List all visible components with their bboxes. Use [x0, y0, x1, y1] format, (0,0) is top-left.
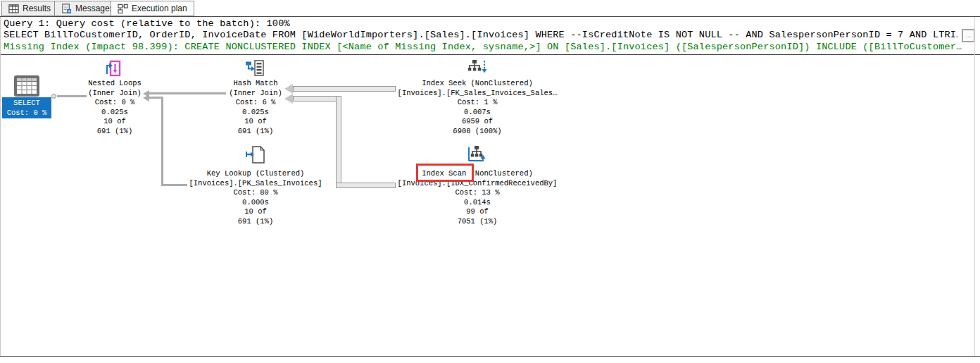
- expand-sql-button[interactable]: …: [962, 29, 975, 42]
- key-lookup-line: 691 (1%): [164, 217, 347, 227]
- node-index-scan[interactable]: Index Scan (NonClustered) [Invoices].[ID…: [386, 145, 569, 228]
- node-index-seek[interactable]: Index Seek (NonClustered) [Invoices].[FK…: [386, 59, 569, 138]
- plan-arrow-keylookup-elbow-bottom: [161, 184, 187, 186]
- index-scan-line: [Invoices].[IDX_ConfirmedReceivedBy]: [386, 179, 569, 189]
- plan-arrowhead: [143, 94, 149, 101]
- plan-arrow-indexscan-elbow-bottom: [336, 183, 396, 188]
- nested-loops-line: Cost: 0 %: [37, 98, 192, 108]
- nested-loops-line: 0.025s: [37, 108, 192, 118]
- search-highlight-box: [416, 164, 474, 182]
- index-seek-line: Cost: 1 %: [386, 98, 569, 108]
- index-seek-line: Index Seek (NonClustered): [386, 79, 569, 89]
- pane-top-border: [0, 16, 980, 17]
- plan-arrow-hashmatch-nestedloops: [149, 92, 226, 94]
- node-nested-loops[interactable]: Nested Loops (Inner Join) Cost: 0 % 0.02…: [37, 59, 192, 138]
- sql-query-line: SELECT BillToCustomerID, OrderID, Invoic…: [4, 30, 957, 40]
- key-lookup-line: Cost: 80 %: [164, 188, 347, 198]
- plan-arrowhead: [284, 84, 293, 94]
- key-lookup-line: Key Lookup (Clustered): [164, 169, 347, 179]
- index-scan-line: 7051 (1%): [386, 217, 569, 227]
- key-lookup-line: [Invoices].[PK_Sales_Invoices]: [164, 179, 347, 189]
- pane-bottom-border: [0, 356, 980, 357]
- index-seek-line: 0.007s: [386, 108, 569, 118]
- plan-arrow-indexscan-elbow-top: [293, 96, 337, 101]
- index-scan-line: 0.014s: [386, 198, 569, 208]
- hash-match-line: 0.025s: [178, 108, 333, 118]
- query-cost-line: Query 1: Query cost (relative to the bat…: [4, 18, 290, 29]
- plan-arrowhead: [284, 94, 293, 104]
- missing-index-line: Missing Index (Impact 98.399): CREATE NO…: [4, 42, 974, 52]
- node-key-lookup[interactable]: Key Lookup (Clustered) [Invoices].[PK_Sa…: [164, 145, 347, 228]
- nested-loops-line: 691 (1%): [37, 127, 192, 137]
- plan-arrow-indexseek-hashmatch: [293, 86, 396, 92]
- index-scan-line: Index Scan (NonClustered): [386, 169, 569, 179]
- tab-results-label: Results: [23, 4, 51, 13]
- result-grid-icon: [13, 75, 40, 100]
- tab-execution-plan-label: Execution plan: [132, 4, 187, 13]
- pane-left-border: [0, 17, 1, 356]
- index-seek-line: 6959 of: [386, 117, 569, 127]
- hash-match-line: 691 (1%): [178, 127, 333, 137]
- plan-arrow-nestedloops-select: [57, 95, 87, 97]
- execution-plan-pane: Results Messages Execu: [0, 0, 980, 363]
- plan-arrow-keylookup-elbow-vertical: [161, 97, 163, 186]
- nested-loops-line: 10 of: [37, 117, 192, 127]
- plan-arrow-indexscan-elbow-vertical: [336, 96, 341, 188]
- index-seek-line: [Invoices].[FK_Sales_Invoices_Sales…: [386, 89, 569, 99]
- key-lookup-line: 0.000s: [164, 198, 347, 208]
- tab-execution-plan[interactable]: Execution plan: [111, 1, 194, 16]
- plan-connector-endpoint: [51, 94, 56, 99]
- nested-loops-line: Nested Loops: [37, 79, 192, 89]
- key-lookup-line: 10 of: [164, 207, 347, 217]
- tab-results[interactable]: Results: [1, 1, 58, 16]
- index-scan-line: 99 of: [386, 207, 569, 217]
- index-scan-line: Cost: 13 %: [386, 188, 569, 198]
- results-grid-icon: [8, 4, 19, 14]
- tab-messages-label: Messages: [75, 4, 114, 13]
- messages-icon: [61, 4, 72, 14]
- vertical-scrollbar-track[interactable]: [974, 17, 975, 356]
- index-seek-line: 6908 (100%): [386, 127, 569, 137]
- key-lookup-icon: [245, 145, 266, 169]
- execution-plan-icon: [118, 4, 128, 14]
- hash-match-line: 10 of: [178, 117, 333, 127]
